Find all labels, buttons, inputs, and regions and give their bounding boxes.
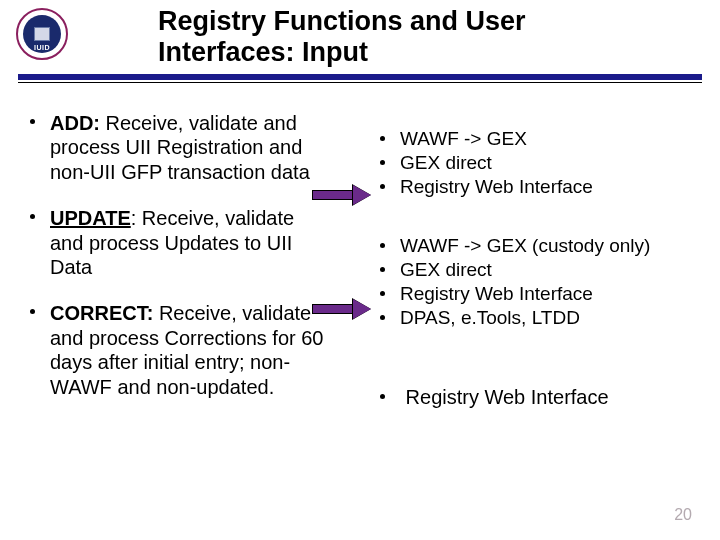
- update-lead: UPDATE: [50, 207, 131, 229]
- title-line-2: Interfaces: Input: [158, 37, 368, 67]
- logo-text: IUID: [34, 44, 50, 51]
- add-lead: ADD:: [50, 112, 100, 134]
- list-item: GEX direct: [378, 258, 698, 282]
- iuid-logo: IUID: [16, 8, 68, 60]
- rb-text: Registry Web Interface: [400, 176, 593, 197]
- slide-title: Registry Functions and User Interfaces: …: [158, 6, 526, 68]
- right-block-add: WAWF -> GEX GEX direct Registry Web Inte…: [378, 127, 698, 198]
- rb-text: Registry Web Interface: [400, 283, 593, 304]
- rb-text: GEX direct: [400, 152, 492, 173]
- list-item: Registry Web Interface: [378, 175, 698, 199]
- list-item: GEX direct: [378, 151, 698, 175]
- title-line-1: Registry Functions and User: [158, 6, 526, 36]
- bullet-correct: CORRECT: Receive, validate and process C…: [30, 301, 330, 399]
- list-item: Registry Web Interface: [378, 385, 698, 410]
- arrow-icon: [312, 186, 372, 204]
- list-item: Registry Web Interface: [378, 282, 698, 306]
- bullet-update: UPDATE: Receive, validate and process Up…: [30, 206, 330, 279]
- rb-text: WAWF -> GEX (custody only): [400, 235, 650, 256]
- arrow-icon: [312, 300, 372, 318]
- title-rule-thick: [18, 74, 702, 80]
- list-item: WAWF -> GEX (custody only): [378, 234, 698, 258]
- list-item: WAWF -> GEX: [378, 127, 698, 151]
- rb-text: DPAS, e.Tools, LTDD: [400, 307, 580, 328]
- left-column: ADD: Receive, validate and process UII R…: [30, 111, 330, 421]
- rb-text: GEX direct: [400, 259, 492, 280]
- correct-lead: CORRECT:: [50, 302, 153, 324]
- rb-text: Registry Web Interface: [406, 386, 609, 408]
- right-block-update: WAWF -> GEX (custody only) GEX direct Re…: [378, 234, 698, 329]
- bullet-add: ADD: Receive, validate and process UII R…: [30, 111, 330, 184]
- page-number: 20: [674, 506, 692, 524]
- right-block-correct: Registry Web Interface: [378, 385, 698, 410]
- list-item: DPAS, e.Tools, LTDD: [378, 306, 698, 330]
- right-column: WAWF -> GEX GEX direct Registry Web Inte…: [330, 111, 698, 421]
- rb-text: WAWF -> GEX: [400, 128, 527, 149]
